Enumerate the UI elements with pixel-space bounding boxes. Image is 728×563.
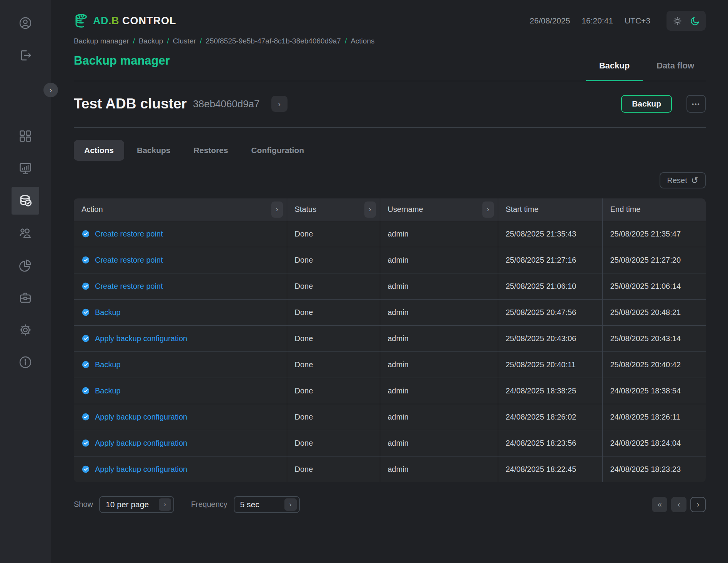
action-link[interactable]: Apply backup configuration — [95, 439, 187, 448]
table-row: Apply backup configuration Done admin 24… — [74, 404, 706, 430]
chevron-right-icon: › — [289, 501, 292, 508]
pagination-next-button[interactable]: › — [690, 497, 706, 512]
sidebar-item-users[interactable] — [12, 219, 39, 247]
action-link[interactable]: Create restore point — [95, 230, 163, 238]
double-chevron-left-icon: « — [657, 500, 662, 509]
more-actions-button[interactable]: ••• — [686, 95, 706, 113]
table-row: Backup Done admin 25/08/2025 20:40:11 25… — [74, 351, 706, 378]
start-time-cell: 24/08/2025 18:38:25 — [498, 378, 602, 404]
status-cell: Done — [287, 456, 380, 482]
action-link[interactable]: Backup — [95, 360, 121, 369]
cluster-header: Test ADB cluster 38eb4060d9a7 › Backup •… — [74, 95, 706, 113]
column-header-end-time: End time — [610, 205, 641, 213]
breadcrumb-item[interactable]: Cluster — [173, 37, 196, 45]
frequency-select[interactable]: 5 sec › — [234, 496, 300, 513]
pie-chart-icon — [18, 258, 33, 273]
action-link[interactable]: Apply backup configuration — [95, 413, 187, 421]
start-time-cell: 25/08/2025 20:40:11 — [498, 351, 602, 378]
frequency-label: Frequency — [191, 500, 228, 509]
status-cell: Done — [287, 247, 380, 273]
cluster-expand-button[interactable]: › — [271, 96, 288, 112]
page-size-expand-button[interactable]: › — [159, 498, 171, 511]
action-link[interactable]: Backup — [95, 308, 121, 317]
done-check-icon — [81, 256, 90, 264]
sidebar — [0, 0, 51, 563]
table-header-row: Action› Status› Username› Start time End… — [74, 198, 706, 221]
logo-brand-suffix: CONTROL — [122, 15, 176, 27]
column-status-expand-button[interactable]: › — [364, 202, 376, 218]
subtab-actions[interactable]: Actions — [74, 140, 124, 161]
action-link[interactable]: Create restore point — [95, 282, 163, 291]
done-check-icon — [81, 230, 90, 238]
user-icon — [18, 16, 33, 30]
status-cell: Done — [287, 325, 380, 351]
sidebar-item-backup-manager[interactable] — [12, 187, 39, 215]
table-row: Backup Done admin 24/08/2025 18:38:25 24… — [74, 378, 706, 404]
pagination: « ‹ › — [652, 497, 706, 512]
done-check-icon — [81, 413, 90, 421]
logo-brand-secondary: .B — [108, 15, 119, 27]
frequency-expand-button[interactable]: › — [284, 498, 297, 511]
start-time-cell: 24/08/2025 18:23:56 — [498, 430, 602, 456]
tab-backup[interactable]: Backup — [599, 61, 630, 81]
pagination-prev-button[interactable]: ‹ — [671, 497, 686, 512]
action-link[interactable]: Backup — [95, 386, 121, 395]
current-date: 26/08/2025 — [530, 16, 570, 25]
subtab-restores[interactable]: Restores — [183, 140, 239, 161]
subtab-backups[interactable]: Backups — [126, 140, 181, 161]
pagination-first-button[interactable]: « — [652, 497, 667, 512]
frequency-value: 5 sec — [240, 500, 259, 509]
action-link[interactable]: Create restore point — [95, 256, 163, 265]
status-cell: Done — [287, 273, 380, 299]
chevron-right-icon: › — [369, 205, 371, 213]
table-footer: Show 10 per page › Frequency 5 sec › « ‹… — [74, 496, 706, 513]
title-row: Backup manager Backup Data flow — [74, 54, 706, 81]
moon-icon — [690, 16, 700, 26]
current-time: 16:20:41 — [582, 16, 613, 25]
top-tabs: Backup Data flow — [599, 61, 694, 81]
backup-button[interactable]: Backup — [621, 95, 672, 113]
timezone: UTC+3 — [625, 16, 650, 25]
table-row: Apply backup configuration Done admin 24… — [74, 456, 706, 482]
start-time-cell: 24/08/2025 18:26:02 — [498, 404, 602, 430]
end-time-cell: 25/08/2025 20:40:42 — [602, 351, 706, 378]
start-time-cell: 25/08/2025 21:27:16 — [498, 247, 602, 273]
breadcrumb-item[interactable]: 250f8525-9e5b-47af-8c1b-38eb4060d9a7 — [206, 37, 341, 45]
actions-table: Action› Status› Username› Start time End… — [74, 198, 706, 482]
reset-icon: ↺ — [691, 175, 698, 186]
done-check-icon — [81, 282, 90, 290]
light-theme-button[interactable] — [671, 15, 683, 27]
sidebar-item-logout[interactable] — [12, 42, 39, 69]
sidebar-item-jobs[interactable] — [12, 284, 39, 311]
done-check-icon — [81, 465, 90, 473]
sidebar-item-monitoring[interactable] — [12, 155, 39, 182]
theme-toggle — [667, 11, 706, 31]
action-link[interactable]: Apply backup configuration — [95, 334, 187, 343]
table-row: Apply backup configuration Done admin 25… — [74, 325, 706, 351]
sidebar-expand-button[interactable]: › — [43, 83, 58, 97]
breadcrumb-separator: / — [167, 37, 169, 45]
sidebar-item-settings[interactable] — [12, 316, 39, 344]
tab-data-flow[interactable]: Data flow — [657, 61, 694, 81]
sidebar-item-profile[interactable] — [12, 9, 39, 37]
action-link[interactable]: Apply backup configuration — [95, 465, 187, 474]
sidebar-item-reports[interactable] — [12, 252, 39, 279]
column-username-expand-button[interactable]: › — [482, 202, 494, 218]
done-check-icon — [81, 334, 90, 343]
reset-button[interactable]: Reset ↺ — [660, 172, 706, 188]
sidebar-item-dashboard[interactable] — [12, 122, 39, 150]
breadcrumb-item[interactable]: Backup manager — [74, 37, 129, 45]
table-row: Backup Done admin 25/08/2025 20:47:56 25… — [74, 299, 706, 325]
table-row: Create restore point Done admin 25/08/20… — [74, 221, 706, 247]
column-action-expand-button[interactable]: › — [271, 202, 283, 218]
show-label: Show — [74, 500, 93, 509]
dark-theme-button[interactable] — [689, 15, 701, 27]
username-cell: admin — [380, 456, 498, 482]
sidebar-item-info[interactable] — [12, 348, 39, 376]
breadcrumb-item[interactable]: Backup — [139, 37, 163, 45]
username-cell: admin — [380, 430, 498, 456]
subtab-configuration[interactable]: Configuration — [241, 140, 314, 161]
end-time-cell: 24/08/2025 18:38:54 — [602, 378, 706, 404]
page-size-select[interactable]: 10 per page › — [99, 496, 174, 513]
database-backup-icon — [18, 193, 33, 208]
